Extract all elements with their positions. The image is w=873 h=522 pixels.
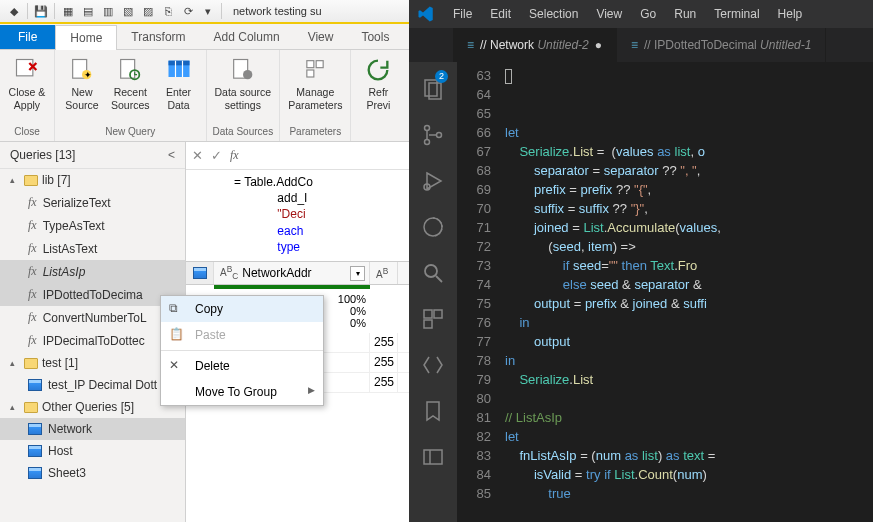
timeline-icon[interactable] <box>409 206 457 248</box>
tab-view[interactable]: View <box>294 25 348 49</box>
formula-text[interactable]: = Table.AddCo add_I "Deci each type <box>186 170 409 261</box>
menu-file[interactable]: File <box>445 3 480 25</box>
folder-lib[interactable]: ▴lib [7] <box>0 169 185 191</box>
qat-btn-2[interactable]: ▤ <box>79 2 97 20</box>
collapse-pane-icon[interactable]: < <box>168 148 175 162</box>
query-network[interactable]: Network <box>0 418 185 440</box>
refresh-preview-button[interactable]: Refr Previ <box>357 54 399 113</box>
group-newquery-label: New Query <box>61 124 200 137</box>
remote-icon[interactable] <box>409 344 457 386</box>
extensions-icon[interactable] <box>409 298 457 340</box>
qat-btn-8[interactable]: ▾ <box>199 2 217 20</box>
column-filter-icon[interactable]: ▾ <box>350 266 365 281</box>
query-listasip[interactable]: fxListAsIp <box>0 260 185 283</box>
fx-icon: fx <box>28 241 37 256</box>
recent-sources-button[interactable]: Recent Sources <box>109 54 152 113</box>
ctx-delete[interactable]: ✕Delete <box>161 353 323 379</box>
menu-edit[interactable]: Edit <box>482 3 519 25</box>
ribbon: Close & Apply Close ✦New Source Recent S… <box>0 50 409 142</box>
save-icon[interactable]: 💾 <box>32 2 50 20</box>
ribbon-tabs: File Home Transform Add Column View Tool… <box>0 24 409 50</box>
qat-btn-4[interactable]: ▧ <box>119 2 137 20</box>
query-sheet3[interactable]: Sheet3 <box>0 462 185 484</box>
badge: 2 <box>435 70 448 83</box>
menu-selection[interactable]: Selection <box>521 3 586 25</box>
query-typeastext[interactable]: fxTypeAsText <box>0 214 185 237</box>
explorer-icon[interactable]: 2 <box>409 68 457 110</box>
query-convertnumber[interactable]: fxConvertNumberToL <box>0 306 185 329</box>
menu-terminal[interactable]: Terminal <box>706 3 767 25</box>
table-menu-button[interactable] <box>186 262 214 284</box>
qat-btn-7[interactable]: ⟳ <box>179 2 197 20</box>
table-icon <box>28 379 42 391</box>
folder-other[interactable]: ▴Other Queries [5] <box>0 396 185 418</box>
folder-test[interactable]: ▴test [1] <box>0 352 185 374</box>
query-host[interactable]: Host <box>0 440 185 462</box>
query-ipdecimaltodotted[interactable]: fxIPDecimalToDottec <box>0 329 185 352</box>
code-editor[interactable]: 63646566let67 Serialize.List = (values a… <box>457 62 873 522</box>
fx-icon: fx <box>28 287 37 302</box>
qat-btn-1[interactable]: ▦ <box>59 2 77 20</box>
new-source-button[interactable]: ✦New Source <box>61 54 103 113</box>
bookmark-icon[interactable] <box>409 390 457 432</box>
tab-file[interactable]: File <box>0 25 55 49</box>
column-next[interactable]: AB <box>370 262 398 284</box>
run-debug-icon[interactable] <box>409 160 457 202</box>
fx-icon: fx <box>28 310 37 325</box>
tab-home[interactable]: Home <box>55 25 117 50</box>
group-param-label: Parameters <box>286 124 344 137</box>
query-serializetext[interactable]: fxSerializeText <box>0 191 185 214</box>
tab-ipdotted[interactable]: ≡ // IPDottedToDecimal Untitled-1 <box>617 28 826 62</box>
fx-icon: fx <box>28 218 37 233</box>
qat-btn-5[interactable]: ▨ <box>139 2 157 20</box>
enter-data-button[interactable]: Enter Data <box>158 54 200 113</box>
data-source-settings-button[interactable]: Data source settings <box>213 54 274 113</box>
ctx-paste: 📋Paste <box>161 322 323 348</box>
svg-rect-16 <box>307 70 314 77</box>
svg-point-20 <box>425 140 430 145</box>
delete-icon: ✕ <box>169 358 179 372</box>
source-control-icon[interactable] <box>409 114 457 156</box>
svg-text:✦: ✦ <box>84 70 92 80</box>
close-apply-button[interactable]: Close & Apply <box>6 54 48 113</box>
ctx-copy[interactable]: ⧉Copy <box>161 296 323 322</box>
svg-rect-14 <box>307 61 314 68</box>
sidebar-toggle-icon[interactable] <box>409 436 457 478</box>
tab-network[interactable]: ≡ // Network Untitled-2 ● <box>453 28 617 62</box>
menu-view[interactable]: View <box>588 3 630 25</box>
folder-icon <box>24 175 38 186</box>
query-test-ip[interactable]: test_IP Decimal Dott <box>0 374 185 396</box>
menu-run[interactable]: Run <box>666 3 704 25</box>
manage-parameters-button[interactable]: Manage Parameters <box>286 54 344 113</box>
file-icon: ≡ <box>631 38 638 52</box>
menu-go[interactable]: Go <box>632 3 664 25</box>
fx-label-icon: fx <box>230 148 239 163</box>
svg-rect-29 <box>424 450 442 464</box>
svg-rect-15 <box>316 61 323 68</box>
svg-rect-6 <box>121 60 135 79</box>
cancel-icon[interactable]: ✕ <box>192 148 203 163</box>
qat-btn-6[interactable]: ⎘ <box>159 2 177 20</box>
quick-access-toolbar: ◆ 💾 ▦ ▤ ▥ ▧ ▨ ⎘ ⟳ ▾ network testing su <box>0 0 409 24</box>
query-ipdottedtodecimal[interactable]: fxIPDottedToDecima <box>0 283 185 306</box>
file-icon: ≡ <box>467 38 474 52</box>
group-ds-label: Data Sources <box>213 124 274 137</box>
copy-icon: ⧉ <box>169 301 178 315</box>
svg-point-13 <box>243 70 252 79</box>
tab-add-column[interactable]: Add Column <box>200 25 294 49</box>
commit-icon[interactable]: ✓ <box>211 148 222 163</box>
column-networkaddr[interactable]: ABC NetworkAddr ▾ <box>214 262 370 284</box>
folder-icon <box>24 358 38 369</box>
search-icon[interactable] <box>409 252 457 294</box>
table-icon <box>28 445 42 457</box>
qat-btn-3[interactable]: ▥ <box>99 2 117 20</box>
activity-bar: 2 <box>409 62 457 522</box>
table-icon <box>28 423 42 435</box>
ctx-move-to-group[interactable]: Move To Group▶ <box>161 379 323 405</box>
app-icon: ◆ <box>5 2 23 20</box>
menu-help[interactable]: Help <box>770 3 811 25</box>
tab-transform[interactable]: Transform <box>117 25 199 49</box>
tab-tools[interactable]: Tools <box>347 25 403 49</box>
query-listastext[interactable]: fxListAsText <box>0 237 185 260</box>
submenu-arrow-icon: ▶ <box>308 385 315 395</box>
